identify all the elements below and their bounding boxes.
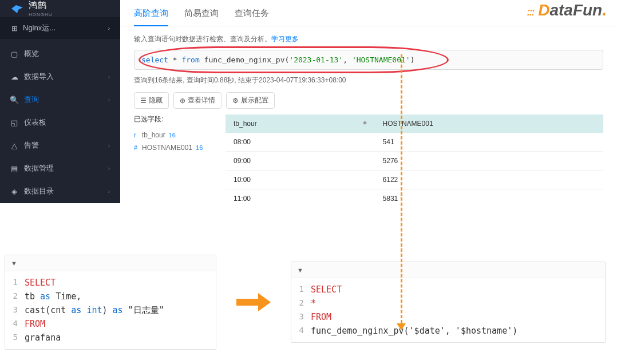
results-table: tb_hour◆HOSTNAME001 08:0054109:00527610:… (226, 114, 603, 203)
chevron-right-icon: › (108, 97, 110, 103)
fields-panel: 已选字段: ttb_hour 16#HOSTNAME001 16 (134, 114, 226, 203)
content-row: 已选字段: ttb_hour 16#HOSTNAME001 16 tb_hour… (120, 114, 617, 203)
code-head-left[interactable]: ▼ (5, 255, 216, 271)
alert-icon: △ (10, 141, 18, 149)
code-line: 2tb as Time, (5, 290, 216, 303)
overview-icon: ▢ (10, 50, 18, 58)
query-input[interactable]: select * from func_demo_nginx_pv('2023-0… (134, 50, 603, 70)
data-manage-icon: ▤ (10, 164, 18, 172)
code-head-right[interactable]: ▼ (291, 262, 605, 278)
field-item[interactable]: #HOSTNAME001 16 (134, 141, 219, 154)
code-line: 3FROM (291, 310, 605, 324)
tab[interactable]: 高阶查询 (134, 8, 168, 26)
chevron-right-icon: › (108, 74, 110, 80)
sidebar-item-dashboard[interactable]: ◱仪表板 (0, 111, 120, 134)
sort-icon: ◆ (363, 120, 367, 125)
flow-arrow-down (401, 54, 402, 323)
table-row[interactable]: 09:005276 (226, 152, 603, 171)
tab[interactable]: 查询任务 (235, 8, 269, 26)
code-line: 1SELECT (5, 276, 216, 290)
code-line: 4func_demo_nginx_pv('$date', '$hostname'… (291, 324, 605, 338)
main-panel: ::: DataFun. 高阶查询简易查询查询任务 输入查询语句对数据进行检索、… (120, 0, 617, 203)
code-line: 1SELECT (291, 283, 605, 296)
sidebar-item-alert[interactable]: △告警› (0, 134, 120, 157)
code-line: 2* (291, 296, 605, 310)
chevron-right-icon: › (108, 165, 110, 172)
code-line: 5grafana (5, 331, 216, 345)
sidebar-item-search[interactable]: 🔍查询› (0, 88, 120, 111)
code-box-right: ▼ 1SELECT2*3FROM4func_demo_nginx_pv('$da… (291, 262, 606, 343)
sidebar-item-overview[interactable]: ▢概览 (0, 42, 120, 65)
chevron-down-icon: ▼ (11, 260, 17, 267)
table-row[interactable]: 08:00541 (226, 133, 603, 152)
column-header[interactable]: HOSTNAME001 (375, 114, 603, 133)
search-icon: 🔍 (10, 96, 18, 104)
logo-bird-icon (10, 2, 24, 15)
brand-name: 鸿鹄 (29, 0, 53, 11)
query-input-wrap: select * from func_demo_nginx_pv('2023-0… (134, 50, 603, 70)
action-bar: ☰隐藏 ⊕查看详情 ⚙展示配置 (120, 92, 617, 114)
code-comparison: ▼ 1SELECT2tb as Time,3cast(cnt as int) a… (0, 203, 617, 361)
catalog-icon: ◈ (10, 187, 18, 195)
dashboard-icon: ◱ (10, 118, 18, 126)
chevron-down-icon: ▼ (297, 267, 303, 274)
fields-title: 已选字段: (134, 114, 219, 124)
code-box-left: ▼ 1SELECT2tb as Time,3cast(cnt as int) a… (5, 255, 216, 350)
zoom-icon: ⊕ (180, 97, 185, 105)
code-line: 4FROM (5, 317, 216, 331)
project-selector[interactable]: ⊞ Nginx运... › (0, 17, 120, 39)
query-status: 查询到16条结果, 查询时间0.88秒, 结束于2023-04-07T19:36… (120, 70, 617, 92)
display-button[interactable]: ⚙展示配置 (226, 92, 275, 109)
chevron-right-icon: › (108, 25, 110, 31)
logo: 鸿鹄 HONGHU (0, 0, 120, 17)
project-label: Nginx运... (23, 23, 56, 33)
gear-icon: ⚙ (232, 97, 239, 105)
grid-icon: ⊞ (10, 24, 18, 32)
chevron-right-icon: › (108, 188, 110, 195)
hide-button[interactable]: ☰隐藏 (134, 92, 169, 109)
sidebar-item-import[interactable]: ☁数据导入› (0, 65, 120, 88)
list-icon: ☰ (140, 97, 147, 105)
code-line: 3cast(cnt as int) as "日志量" (5, 303, 216, 317)
sidebar-item-data-manage[interactable]: ▤数据管理› (0, 157, 120, 180)
sidebar: 鸿鹄 HONGHU ⊞ Nginx运... › ▢概览☁数据导入›🔍查询›◱仪表… (0, 0, 120, 203)
app-window: 鸿鹄 HONGHU ⊞ Nginx运... › ▢概览☁数据导入›🔍查询›◱仪表… (0, 0, 617, 203)
transform-arrow-icon (234, 293, 274, 311)
column-header[interactable]: tb_hour◆ (226, 114, 375, 133)
field-item[interactable]: ttb_hour 16 (134, 129, 219, 141)
nav-list: ▢概览☁数据导入›🔍查询›◱仪表板△告警›▤数据管理›◈数据目录› (0, 39, 120, 203)
learn-more-link[interactable]: 学习更多 (271, 35, 299, 43)
brand-sub: HONGHU (29, 12, 53, 17)
sidebar-item-catalog[interactable]: ◈数据目录› (0, 180, 120, 203)
table-row[interactable]: 11:005831 (226, 189, 603, 204)
detail-button[interactable]: ⊕查看详情 (173, 92, 222, 109)
datafun-watermark: ::: DataFun. (527, 1, 607, 19)
chevron-right-icon: › (108, 143, 110, 149)
hint-text: 输入查询语句对数据进行检索、查询及分析。学习更多 (120, 26, 617, 50)
tab[interactable]: 简易查询 (184, 8, 219, 26)
import-icon: ☁ (10, 73, 18, 81)
table-row[interactable]: 10:006122 (226, 171, 603, 189)
